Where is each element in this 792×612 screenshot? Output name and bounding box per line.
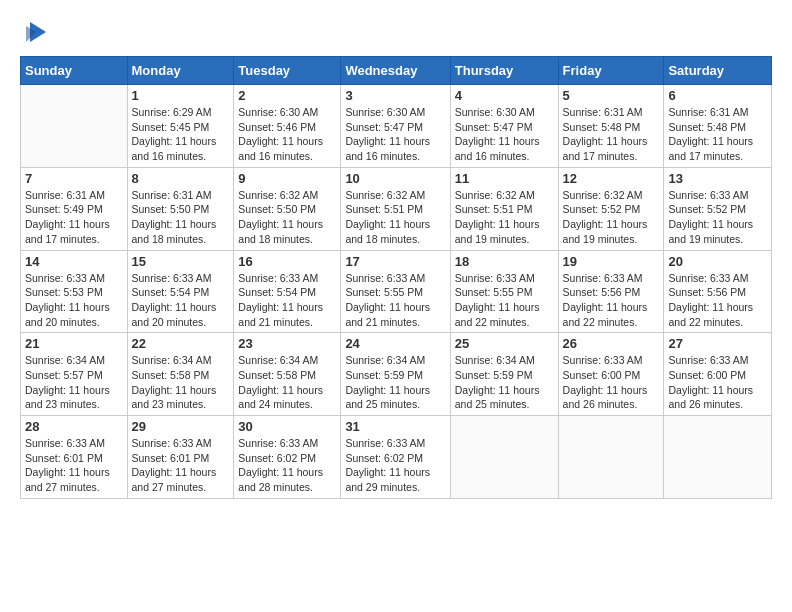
day-info: Sunrise: 6:33 AM Sunset: 5:56 PM Dayligh…	[563, 271, 660, 330]
calendar-cell	[664, 416, 772, 499]
calendar-cell: 21Sunrise: 6:34 AM Sunset: 5:57 PM Dayli…	[21, 333, 128, 416]
day-number: 14	[25, 254, 123, 269]
day-number: 7	[25, 171, 123, 186]
day-number: 4	[455, 88, 554, 103]
day-info: Sunrise: 6:33 AM Sunset: 5:56 PM Dayligh…	[668, 271, 767, 330]
calendar-cell	[450, 416, 558, 499]
calendar-cell: 25Sunrise: 6:34 AM Sunset: 5:59 PM Dayli…	[450, 333, 558, 416]
day-info: Sunrise: 6:33 AM Sunset: 5:53 PM Dayligh…	[25, 271, 123, 330]
calendar-cell: 31Sunrise: 6:33 AM Sunset: 6:02 PM Dayli…	[341, 416, 450, 499]
calendar-cell: 5Sunrise: 6:31 AM Sunset: 5:48 PM Daylig…	[558, 85, 664, 168]
day-number: 29	[132, 419, 230, 434]
day-number: 6	[668, 88, 767, 103]
calendar-cell: 15Sunrise: 6:33 AM Sunset: 5:54 PM Dayli…	[127, 250, 234, 333]
calendar-cell: 29Sunrise: 6:33 AM Sunset: 6:01 PM Dayli…	[127, 416, 234, 499]
calendar-cell: 1Sunrise: 6:29 AM Sunset: 5:45 PM Daylig…	[127, 85, 234, 168]
calendar-cell: 12Sunrise: 6:32 AM Sunset: 5:52 PM Dayli…	[558, 167, 664, 250]
calendar-weekday-friday: Friday	[558, 57, 664, 85]
calendar-cell	[21, 85, 128, 168]
day-number: 26	[563, 336, 660, 351]
calendar-cell: 4Sunrise: 6:30 AM Sunset: 5:47 PM Daylig…	[450, 85, 558, 168]
day-number: 30	[238, 419, 336, 434]
day-number: 28	[25, 419, 123, 434]
calendar-week-row: 7Sunrise: 6:31 AM Sunset: 5:49 PM Daylig…	[21, 167, 772, 250]
day-info: Sunrise: 6:31 AM Sunset: 5:49 PM Dayligh…	[25, 188, 123, 247]
calendar-cell: 19Sunrise: 6:33 AM Sunset: 5:56 PM Dayli…	[558, 250, 664, 333]
calendar-cell: 8Sunrise: 6:31 AM Sunset: 5:50 PM Daylig…	[127, 167, 234, 250]
day-info: Sunrise: 6:32 AM Sunset: 5:52 PM Dayligh…	[563, 188, 660, 247]
calendar-cell	[558, 416, 664, 499]
calendar-cell: 27Sunrise: 6:33 AM Sunset: 6:00 PM Dayli…	[664, 333, 772, 416]
day-number: 5	[563, 88, 660, 103]
calendar-weekday-saturday: Saturday	[664, 57, 772, 85]
day-number: 18	[455, 254, 554, 269]
calendar-cell: 24Sunrise: 6:34 AM Sunset: 5:59 PM Dayli…	[341, 333, 450, 416]
calendar-weekday-thursday: Thursday	[450, 57, 558, 85]
day-info: Sunrise: 6:34 AM Sunset: 5:58 PM Dayligh…	[132, 353, 230, 412]
day-info: Sunrise: 6:30 AM Sunset: 5:46 PM Dayligh…	[238, 105, 336, 164]
day-info: Sunrise: 6:33 AM Sunset: 5:54 PM Dayligh…	[132, 271, 230, 330]
day-info: Sunrise: 6:33 AM Sunset: 5:52 PM Dayligh…	[668, 188, 767, 247]
calendar-cell: 6Sunrise: 6:31 AM Sunset: 5:48 PM Daylig…	[664, 85, 772, 168]
day-number: 24	[345, 336, 445, 351]
calendar-cell: 3Sunrise: 6:30 AM Sunset: 5:47 PM Daylig…	[341, 85, 450, 168]
day-number: 10	[345, 171, 445, 186]
day-number: 9	[238, 171, 336, 186]
day-number: 8	[132, 171, 230, 186]
calendar-cell: 16Sunrise: 6:33 AM Sunset: 5:54 PM Dayli…	[234, 250, 341, 333]
calendar-cell: 14Sunrise: 6:33 AM Sunset: 5:53 PM Dayli…	[21, 250, 128, 333]
day-number: 12	[563, 171, 660, 186]
day-info: Sunrise: 6:32 AM Sunset: 5:51 PM Dayligh…	[455, 188, 554, 247]
day-info: Sunrise: 6:29 AM Sunset: 5:45 PM Dayligh…	[132, 105, 230, 164]
calendar-weekday-monday: Monday	[127, 57, 234, 85]
calendar-cell: 10Sunrise: 6:32 AM Sunset: 5:51 PM Dayli…	[341, 167, 450, 250]
day-number: 22	[132, 336, 230, 351]
calendar-cell: 30Sunrise: 6:33 AM Sunset: 6:02 PM Dayli…	[234, 416, 341, 499]
calendar-cell: 9Sunrise: 6:32 AM Sunset: 5:50 PM Daylig…	[234, 167, 341, 250]
day-number: 2	[238, 88, 336, 103]
calendar-weekday-sunday: Sunday	[21, 57, 128, 85]
day-number: 25	[455, 336, 554, 351]
calendar-cell: 17Sunrise: 6:33 AM Sunset: 5:55 PM Dayli…	[341, 250, 450, 333]
day-number: 31	[345, 419, 445, 434]
day-number: 19	[563, 254, 660, 269]
day-info: Sunrise: 6:33 AM Sunset: 6:01 PM Dayligh…	[132, 436, 230, 495]
calendar-week-row: 21Sunrise: 6:34 AM Sunset: 5:57 PM Dayli…	[21, 333, 772, 416]
day-number: 3	[345, 88, 445, 103]
day-number: 20	[668, 254, 767, 269]
calendar-weekday-tuesday: Tuesday	[234, 57, 341, 85]
day-info: Sunrise: 6:32 AM Sunset: 5:50 PM Dayligh…	[238, 188, 336, 247]
day-number: 13	[668, 171, 767, 186]
day-number: 21	[25, 336, 123, 351]
day-info: Sunrise: 6:34 AM Sunset: 5:59 PM Dayligh…	[345, 353, 445, 412]
calendar-week-row: 14Sunrise: 6:33 AM Sunset: 5:53 PM Dayli…	[21, 250, 772, 333]
calendar-weekday-wednesday: Wednesday	[341, 57, 450, 85]
page: SundayMondayTuesdayWednesdayThursdayFrid…	[0, 0, 792, 509]
day-info: Sunrise: 6:33 AM Sunset: 6:02 PM Dayligh…	[238, 436, 336, 495]
day-info: Sunrise: 6:33 AM Sunset: 5:54 PM Dayligh…	[238, 271, 336, 330]
calendar-cell: 28Sunrise: 6:33 AM Sunset: 6:01 PM Dayli…	[21, 416, 128, 499]
day-info: Sunrise: 6:34 AM Sunset: 5:57 PM Dayligh…	[25, 353, 123, 412]
header	[20, 18, 772, 46]
calendar-cell: 13Sunrise: 6:33 AM Sunset: 5:52 PM Dayli…	[664, 167, 772, 250]
day-info: Sunrise: 6:30 AM Sunset: 5:47 PM Dayligh…	[455, 105, 554, 164]
day-info: Sunrise: 6:31 AM Sunset: 5:48 PM Dayligh…	[668, 105, 767, 164]
day-number: 1	[132, 88, 230, 103]
day-info: Sunrise: 6:34 AM Sunset: 5:58 PM Dayligh…	[238, 353, 336, 412]
calendar-cell: 2Sunrise: 6:30 AM Sunset: 5:46 PM Daylig…	[234, 85, 341, 168]
day-info: Sunrise: 6:31 AM Sunset: 5:50 PM Dayligh…	[132, 188, 230, 247]
calendar-cell: 23Sunrise: 6:34 AM Sunset: 5:58 PM Dayli…	[234, 333, 341, 416]
calendar-cell: 26Sunrise: 6:33 AM Sunset: 6:00 PM Dayli…	[558, 333, 664, 416]
calendar-week-row: 28Sunrise: 6:33 AM Sunset: 6:01 PM Dayli…	[21, 416, 772, 499]
day-number: 11	[455, 171, 554, 186]
day-number: 27	[668, 336, 767, 351]
day-info: Sunrise: 6:33 AM Sunset: 6:00 PM Dayligh…	[563, 353, 660, 412]
logo	[20, 18, 50, 46]
calendar-cell: 18Sunrise: 6:33 AM Sunset: 5:55 PM Dayli…	[450, 250, 558, 333]
calendar-table: SundayMondayTuesdayWednesdayThursdayFrid…	[20, 56, 772, 499]
day-info: Sunrise: 6:33 AM Sunset: 5:55 PM Dayligh…	[345, 271, 445, 330]
day-info: Sunrise: 6:33 AM Sunset: 6:00 PM Dayligh…	[668, 353, 767, 412]
calendar-week-row: 1Sunrise: 6:29 AM Sunset: 5:45 PM Daylig…	[21, 85, 772, 168]
day-info: Sunrise: 6:31 AM Sunset: 5:48 PM Dayligh…	[563, 105, 660, 164]
logo-icon	[22, 18, 50, 46]
